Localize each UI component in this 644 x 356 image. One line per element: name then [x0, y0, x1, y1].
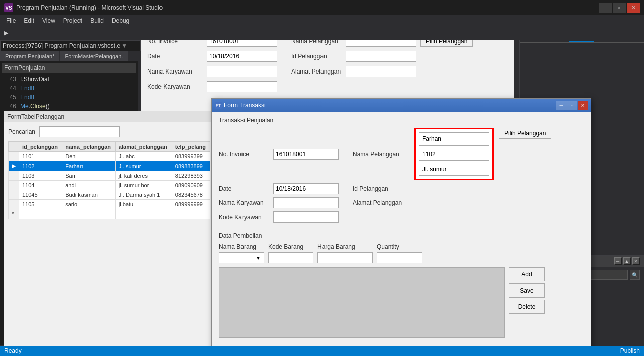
table-row[interactable]: 1101 Deni Jl. abc 083999399 — [9, 152, 210, 161]
dp-title: Data Pembelian — [219, 232, 584, 239]
dp-table-area — [219, 267, 505, 338]
menu-view[interactable]: View — [38, 16, 59, 25]
menu-build[interactable]: Build — [86, 16, 108, 25]
code-line-43: 43 f.ShowDial — [2, 75, 136, 84]
toolbar: ▶ — [0, 26, 644, 40]
dp-header-nama: Nama Barang — [219, 243, 264, 250]
filter-icon-button[interactable]: 🔍 — [630, 270, 640, 280]
dp-nama-arrow-icon[interactable]: ▼ — [255, 255, 262, 261]
fg-karyawan-input[interactable] — [273, 197, 339, 208]
fg-invoice-input[interactable] — [273, 149, 339, 160]
dp-header-qty: Quantity — [377, 243, 422, 250]
title-bar: VS Program Penjualan (Running) - Microso… — [0, 0, 644, 15]
save-button[interactable]: Save — [509, 283, 545, 298]
ai-bottom-expand-button[interactable]: ▲ — [623, 257, 631, 265]
menu-debug[interactable]: Debug — [108, 16, 133, 25]
restore-button[interactable]: ▫ — [613, 3, 626, 13]
col-id: id_pelanggan — [19, 142, 62, 152]
table-row[interactable]: 1104 andi jl. sumur bor 089090909 — [9, 181, 210, 190]
form-tabel-pelanggan: FormTabelPelanggan Pencarian id_pelangga… — [4, 111, 215, 356]
menu-file[interactable]: File — [2, 16, 20, 25]
fg-nama-pelanggan-input[interactable] — [419, 132, 489, 146]
table-row[interactable]: 1103 Sari jl. kali deres 812298393 — [9, 171, 210, 181]
fg-karyawan-label: Nama Karyawan — [219, 199, 269, 206]
data-pembelian-section: Data Pembelian Nama Barang Kode Barang H… — [219, 228, 584, 342]
fg-nama-pelanggan-label: Nama Pelanggan — [353, 151, 408, 158]
form-bg-karyawan-label: Nama Karyawan — [147, 68, 203, 75]
form-bg-kode-row: Kode Karyawan — [147, 81, 508, 92]
dp-header-harga: Harga Barang — [317, 243, 373, 250]
form-bg-id-pelanggan-input[interactable] — [346, 51, 416, 62]
fg-invoice-row: No. Invoice Nama Pelanggan Pilih Pelangg… — [219, 128, 584, 180]
form-bg-karyawan-row: Nama Karyawan Alamat Pelanggan — [147, 66, 508, 77]
fg-date-label: Date — [219, 185, 269, 192]
dp-kode-input[interactable] — [268, 252, 313, 263]
form-bg-date-label: Date — [147, 53, 203, 60]
fg-kode-label: Kode Karyawan — [219, 213, 269, 221]
title-text: Program Penjualan (Running) - Microsoft … — [16, 4, 599, 11]
form-transaksi-fg: FT Form Transaksi ─ ▫ ✕ Transaksi Penjua… — [211, 98, 591, 355]
fg-content: Transaksi Penjualan No. Invoice Nama Pel… — [212, 112, 591, 347]
dp-table-buttons-row: Add Save Delete — [219, 267, 584, 342]
table-row[interactable]: 1105 sario jl.batu 089999999 — [9, 200, 210, 209]
delete-button[interactable]: Delete — [509, 300, 545, 314]
dp-headers-row: Nama Barang Kode Barang Harga Barang Qua… — [219, 243, 584, 250]
highlight-box — [414, 128, 494, 180]
menu-project[interactable]: Project — [59, 16, 86, 25]
search-row: Pencarian — [8, 126, 210, 137]
form-bg-karyawan-input[interactable] — [207, 66, 277, 77]
fg-alamat-pelanggan-input[interactable] — [419, 163, 489, 176]
pelanggan-table: id_pelanggan nama_pelanggan alamat_pelan… — [8, 141, 210, 219]
publish-label[interactable]: Publish — [620, 347, 640, 354]
table-row[interactable]: 11045 Budi kasman Jl. Darma syah 1 08234… — [9, 190, 210, 200]
fg-id-pelanggan-label: Id Pelanggan — [353, 185, 408, 192]
process-bar: Process: [9756] Program Penjualan.vshost… — [0, 40, 141, 51]
dp-harga-input[interactable] — [317, 252, 373, 263]
dp-nama-input[interactable] — [219, 254, 255, 262]
close-button[interactable]: ✕ — [627, 3, 640, 13]
fg-minimize-button[interactable]: ─ — [556, 101, 567, 110]
menu-edit[interactable]: Edit — [20, 16, 38, 25]
form-bg-kode-input[interactable] — [207, 81, 277, 92]
status-bar: Ready Publish — [0, 346, 644, 356]
fg-date-input[interactable] — [273, 183, 339, 194]
minimize-button[interactable]: ─ — [599, 3, 612, 13]
action-buttons: Add Save Delete — [509, 267, 545, 342]
table-row-empty: * — [9, 209, 210, 219]
fg-id-pelanggan-input[interactable] — [419, 148, 489, 161]
fg-form-icon: FT — [215, 102, 222, 109]
tab-form-master[interactable]: FormMasterPelanggan. — [60, 51, 128, 61]
table-form-title-text: FormTabelPelanggan — [7, 113, 64, 120]
fg-win-controls: ─ ▫ ✕ — [556, 101, 588, 110]
col-arrow — [9, 142, 19, 152]
search-label: Pencarian — [8, 128, 35, 135]
code-selector-label: FormPenjualan — [4, 64, 45, 72]
vs-logo-icon: VS — [4, 3, 13, 12]
ai-bottom-pin-button[interactable]: ─ — [614, 257, 622, 265]
form-bg-date-input[interactable] — [207, 51, 277, 62]
form-bg-alamat-input[interactable] — [346, 66, 416, 77]
add-button[interactable]: Add — [509, 267, 545, 281]
table-row-selected[interactable]: ▶ 1102 Farhan Jl. sumur 089883899 — [9, 161, 210, 171]
process-value: [9756] Program Penjualan.vshost.e — [26, 42, 120, 49]
fg-pilih-button[interactable]: Pilih Pelanggan — [499, 128, 551, 139]
fg-close-button[interactable]: ✕ — [578, 101, 588, 110]
col-alamat: alamat_pelanggan — [115, 142, 172, 152]
status-label: Ready — [4, 347, 22, 354]
window-controls: ─ ▫ ✕ — [599, 3, 640, 13]
fg-alamat-label: Alamat Pelanggan — [353, 199, 408, 206]
fg-kode-input[interactable] — [273, 211, 339, 223]
dp-qty-input[interactable] — [377, 252, 422, 263]
table-form-content: Pencarian id_pelanggan nama_pelanggan al… — [4, 122, 214, 223]
status-right: Publish — [620, 347, 640, 354]
dp-nama-dropdown[interactable]: ▼ — [219, 252, 264, 263]
ai-bottom-controls: ─ ▲ ✕ — [614, 257, 640, 265]
ai-bottom-close-button[interactable]: ✕ — [632, 257, 640, 265]
form-bg-alamat-label: Alamat Pelanggan — [291, 68, 342, 75]
code-line-44: 44 End If — [2, 84, 136, 93]
fg-maximize-button[interactable]: ▫ — [567, 101, 577, 110]
tab-program-penjualan[interactable]: Program Penjualan* — [0, 51, 60, 61]
fg-kode-row: Kode Karyawan — [219, 211, 584, 223]
search-input[interactable] — [39, 126, 120, 137]
fg-date-row: Date Id Pelanggan — [219, 183, 584, 194]
